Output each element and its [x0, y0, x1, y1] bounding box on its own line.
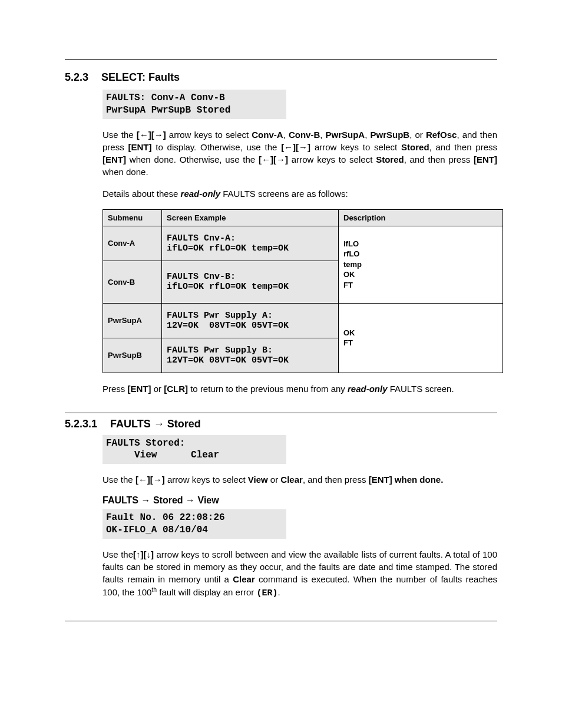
rule-bottom: [65, 621, 497, 621]
section-number: 5.2.3.1: [65, 418, 97, 430]
arrow-keys: [←][→]: [135, 475, 165, 485]
rule-mid: [65, 413, 497, 413]
arrow-keys: [←][→]: [137, 130, 166, 140]
cell-submenu: PwrSupB: [103, 338, 162, 373]
section-title-pre: FAULTS: [110, 418, 154, 430]
para-4: Use the [←][→] arrow keys to select View…: [103, 473, 497, 486]
cell-desc: OK FT: [339, 303, 503, 373]
arrow-keys: [←][→]: [259, 154, 288, 164]
sub-heading-stored-view: FAULTS → Stored → View: [103, 495, 497, 506]
section-heading-5-2-3: 5.2.3SELECT: Faults: [65, 71, 497, 84]
arrow-right-icon: →: [154, 418, 164, 430]
faults-table: Submenu Screen Example Description Conv-…: [103, 209, 503, 373]
section-title-post: Stored: [164, 418, 201, 430]
para-5: Use the[↑][↓] arrow keys to scroll betwe…: [103, 548, 497, 599]
arrow-keys: [←][→]: [281, 142, 310, 152]
cell-screen: FAULTS Pwr Supply B: 12VT=OK 08VT=OK 05V…: [162, 338, 339, 373]
cell-submenu: Conv-A: [103, 226, 162, 261]
screen-example-faults: FAULTS: Conv-A Conv-B PwrSupA PwrSupB St…: [103, 90, 286, 119]
para-3: Press [ENT] or [CLR] to return to the pr…: [103, 383, 497, 395]
cell-desc: ifLO rfLO temp OK FT: [339, 226, 503, 303]
section-title: SELECT: Faults: [101, 71, 180, 83]
cell-submenu: PwrSupA: [103, 303, 162, 338]
table-row: PwrSupA FAULTS Pwr Supply A: 12V=OK 08VT…: [103, 303, 503, 338]
col-description: Description: [339, 209, 503, 226]
cell-submenu: Conv-B: [103, 261, 162, 303]
arrow-right-icon: →: [141, 495, 150, 505]
section-number: 5.2.3: [65, 71, 88, 84]
cell-screen: FAULTS Cnv-A: ifLO=OK rfLO=OK temp=OK: [162, 226, 339, 261]
arrow-keys-vertical: [↑][↓]: [133, 549, 154, 559]
rule-top: [65, 59, 497, 60]
cell-screen: FAULTS Cnv-B: ifLO=OK rfLO=OK temp=OK: [162, 261, 339, 303]
screen-example-view: Fault No. 06 22:08:26 OK-IFLO_A 08/10/04: [103, 509, 286, 539]
col-submenu: Submenu: [103, 209, 162, 226]
col-screen-example: Screen Example: [162, 209, 339, 226]
table-row: Conv-A FAULTS Cnv-A: ifLO=OK rfLO=OK tem…: [103, 226, 503, 261]
para-1: Use the [←][→] arrow keys to select Conv…: [103, 129, 497, 178]
screen-example-stored: FAULTS Stored: View Clear: [103, 435, 286, 465]
table-header-row: Submenu Screen Example Description: [103, 209, 503, 226]
section-heading-5-2-3-1: 5.2.3.1FAULTS → Stored: [65, 418, 497, 430]
para-2: Details about these read-only FAULTS scr…: [103, 187, 497, 200]
cell-screen: FAULTS Pwr Supply A: 12V=OK 08VT=OK 05VT…: [162, 303, 339, 338]
arrow-right-icon: →: [186, 495, 195, 505]
